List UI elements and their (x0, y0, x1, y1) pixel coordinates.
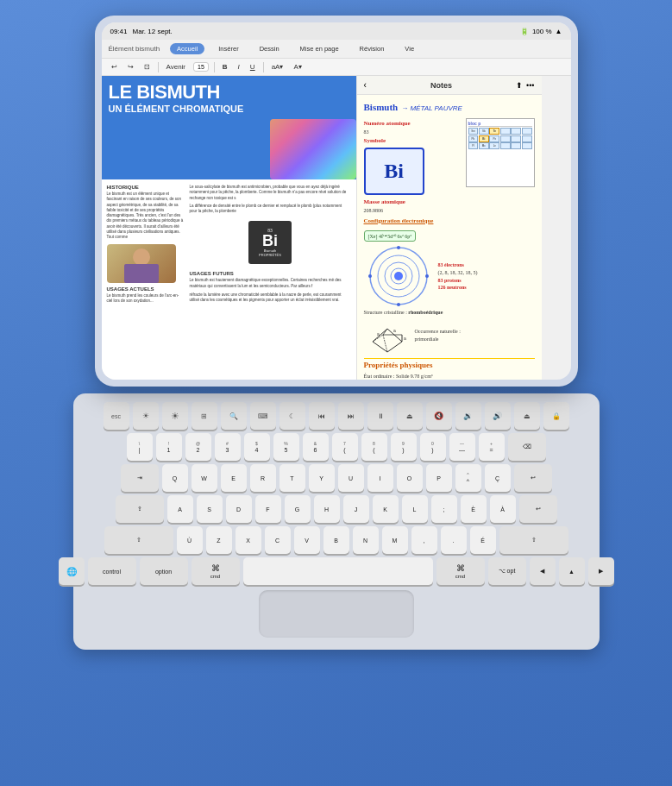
key-shift-right[interactable]: ⇧ (499, 526, 568, 554)
tab-dessin[interactable]: Dessin (253, 43, 286, 54)
key-4[interactable]: $4 (244, 433, 270, 461)
key-v[interactable]: V (294, 526, 320, 554)
key-fastforward[interactable]: ⏭ (338, 402, 364, 430)
key-esc[interactable]: esc (104, 402, 129, 430)
key-backslash[interactable]: \| (127, 433, 153, 461)
key-y[interactable]: Y (309, 464, 335, 492)
key-tab[interactable]: ⇥ (121, 464, 159, 492)
key-comma[interactable]: , (411, 526, 437, 554)
key-k[interactable]: K (373, 495, 399, 523)
key-a-grave[interactable]: À (490, 495, 516, 523)
key-5[interactable]: %5 (273, 433, 299, 461)
key-w[interactable]: W (192, 464, 217, 492)
key-cmd-left[interactable]: ⌘cmd (192, 557, 240, 585)
key-opt-right[interactable]: ⌥ opt (488, 557, 526, 585)
key-lock[interactable]: 🔒 (543, 402, 569, 430)
key-2[interactable]: @2 (185, 433, 211, 461)
key-moon[interactable]: ☾ (279, 402, 305, 430)
key-t[interactable]: T (279, 464, 305, 492)
key-expose[interactable]: ⊞ (192, 402, 217, 430)
key-playpause[interactable]: ⏸ (367, 402, 393, 430)
key-c[interactable]: C (265, 526, 291, 554)
key-1[interactable]: !1 (156, 433, 182, 461)
notes-content[interactable]: Bismuth → MÉTAL PAUVRE Numéro atomique 8… (357, 95, 542, 380)
key-u[interactable]: U (338, 464, 364, 492)
pages-document[interactable]: LE BISMUTH UN ÉLÉMENT CHROMATIQUE HISTOR… (102, 76, 356, 380)
key-0[interactable]: 0) (420, 433, 446, 461)
redo-button[interactable]: ↪ (125, 62, 136, 72)
key-q[interactable]: Q (162, 464, 188, 492)
key-enter2[interactable]: ↩ (519, 495, 557, 523)
key-e-acute[interactable]: É (470, 526, 496, 554)
tab-vie[interactable]: Vie (398, 43, 421, 54)
key-f[interactable]: F (255, 495, 281, 523)
notes-share-icon[interactable]: ⬆ (516, 81, 523, 90)
key-h[interactable]: H (314, 495, 340, 523)
underline-button[interactable]: U (248, 62, 258, 72)
key-n[interactable]: N (353, 526, 379, 554)
text-color-button[interactable]: aA▾ (269, 62, 286, 72)
key-keyboard[interactable]: ⌨ (250, 402, 276, 430)
key-x[interactable]: X (236, 526, 261, 554)
key-b[interactable]: B (323, 526, 349, 554)
key-z[interactable]: Z (206, 526, 232, 554)
key-search[interactable]: 🔍 (221, 402, 247, 430)
key-shift-left[interactable]: ⇧ (104, 526, 173, 554)
key-period[interactable]: . (441, 526, 467, 554)
key-enter[interactable]: ↩ (514, 464, 552, 492)
tab-accueil[interactable]: Accueil (170, 43, 204, 54)
key-e[interactable]: E (221, 464, 247, 492)
key-cmd-right[interactable]: ⌘cmd (436, 557, 485, 585)
key-7[interactable]: 7( (332, 433, 358, 461)
key-vol-down[interactable]: 🔉 (455, 402, 481, 430)
key-u-grave[interactable]: Ù (177, 526, 203, 554)
key-arrow-up[interactable]: ▲ (559, 557, 585, 585)
key-l[interactable]: L (402, 495, 428, 523)
highlight-button[interactable]: A▾ (291, 62, 304, 72)
key-3[interactable]: #3 (215, 433, 241, 461)
key-rewind[interactable]: ⏮ (309, 402, 335, 430)
notes-back-icon[interactable]: ‹ (364, 80, 367, 90)
key-j[interactable]: J (343, 495, 369, 523)
key-eject2[interactable]: ⏏ (514, 402, 540, 430)
key-caret[interactable]: ^^ (455, 464, 481, 492)
italic-button[interactable]: I (236, 62, 242, 72)
key-brightness-up[interactable]: ☀ (162, 402, 188, 430)
key-g[interactable]: G (285, 495, 311, 523)
tab-inserer[interactable]: Insérer (211, 43, 245, 54)
notes-more-icon[interactable]: ••• (526, 81, 534, 90)
clipboard-button[interactable]: ⊡ (141, 62, 153, 72)
key-o[interactable]: O (397, 464, 423, 492)
font-size[interactable]: 15 (193, 62, 209, 72)
key-space[interactable] (243, 557, 433, 585)
trackpad[interactable] (259, 590, 414, 638)
font-name[interactable]: Avenir (164, 62, 189, 72)
key-arrow-left[interactable]: ◀ (530, 557, 556, 585)
key-9[interactable]: 9) (391, 433, 417, 461)
key-c-cedilla[interactable]: Ç (485, 464, 511, 492)
key-p[interactable]: P (426, 464, 452, 492)
key-minus[interactable]: —— (449, 433, 475, 461)
key-i[interactable]: I (367, 464, 393, 492)
tab-revision[interactable]: Révision (353, 43, 392, 54)
key-a[interactable]: A (167, 495, 193, 523)
tab-mise-en-page[interactable]: Mise en page (293, 43, 346, 54)
key-control[interactable]: control (88, 557, 136, 585)
key-d[interactable]: D (226, 495, 252, 523)
key-globe[interactable]: 🌐 (59, 557, 85, 585)
key-option[interactable]: option (140, 557, 188, 585)
key-semicolon[interactable]: ; (431, 495, 457, 523)
key-brightness-down[interactable]: ☀ (133, 402, 159, 430)
key-vol-up[interactable]: 🔊 (485, 402, 511, 430)
key-mute[interactable]: 🔇 (426, 402, 452, 430)
key-eject[interactable]: ⏏ (397, 402, 423, 430)
key-caps[interactable]: ⇪ (116, 495, 164, 523)
bold-button[interactable]: B (220, 62, 230, 72)
key-m[interactable]: M (382, 526, 408, 554)
key-plus[interactable]: += (479, 433, 505, 461)
key-r[interactable]: R (250, 464, 276, 492)
key-6[interactable]: &6 (303, 433, 329, 461)
key-arrow-right[interactable]: ▶ (588, 557, 614, 585)
undo-button[interactable]: ↩ (109, 62, 120, 72)
key-backspace[interactable]: ⌫ (508, 433, 546, 461)
